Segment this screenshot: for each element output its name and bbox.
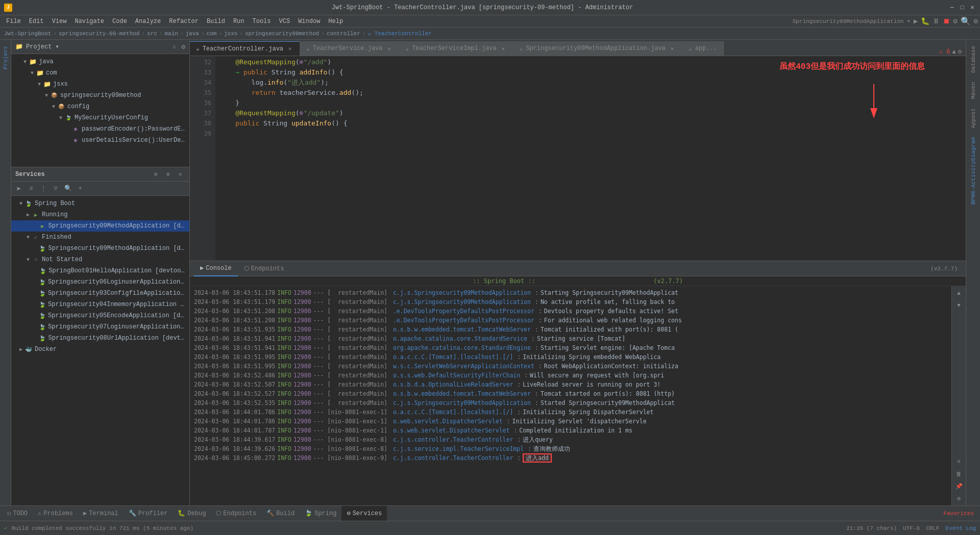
log-4: 2024-03-06 18:43:51.935 INFO 12900 --- [… bbox=[190, 325, 951, 334]
endpoints-tab[interactable]: ⬡ Endpoints bbox=[238, 261, 290, 276]
svc-active-app[interactable]: ▶ Springsecurity09MethodApplication [dev… bbox=[11, 220, 189, 232]
services-icon: ⚙ bbox=[347, 509, 350, 517]
svc-finished-group[interactable]: ▼ ✓ Finished bbox=[11, 232, 189, 243]
tree-mysecurity[interactable]: ▼ 🍃 MySecurityUserConfig bbox=[11, 112, 189, 123]
settings-button[interactable]: ⚙ bbox=[181, 43, 185, 51]
collapse-all-button[interactable]: ⇳ bbox=[172, 43, 176, 51]
svc-docker[interactable]: ▶ 🐳 Docker bbox=[11, 344, 189, 355]
menu-navigate[interactable]: Navigate bbox=[70, 17, 108, 26]
database-tab[interactable]: Database bbox=[967, 42, 979, 77]
scroll-up-button[interactable]: ▲ bbox=[954, 288, 964, 298]
svc-app-5[interactable]: 🍃 Springsecurity07LoginuserApplication [… bbox=[11, 321, 189, 333]
breadcrumb-class[interactable]: ☕ TeacherController bbox=[368, 30, 431, 37]
menu-run[interactable]: Run bbox=[229, 17, 249, 26]
terminal-tab[interactable]: ▶ Terminal bbox=[78, 506, 124, 521]
svc-tree-button[interactable]: ⋮ bbox=[38, 183, 49, 194]
svc-add-button[interactable]: + bbox=[75, 183, 86, 194]
clear-button[interactable]: 🗑 bbox=[954, 469, 964, 479]
cursor-position: 21:26 (7 chars) bbox=[846, 525, 897, 531]
spring-tab[interactable]: 🍃 Spring bbox=[300, 506, 341, 521]
svc-filter-button[interactable]: ▽ bbox=[50, 183, 61, 194]
expand-icon[interactable]: ▲ bbox=[952, 48, 956, 56]
menu-analyze[interactable]: Analyze bbox=[131, 17, 165, 26]
menu-vcs[interactable]: VCS bbox=[275, 17, 295, 26]
todo-tab[interactable]: ☑ TODO bbox=[2, 506, 33, 521]
services-tab[interactable]: ⚙ Services bbox=[341, 506, 387, 521]
breadcrumb-root[interactable]: Jwt-SpringBoot bbox=[4, 31, 51, 37]
svc-running-group[interactable]: ▶ ▶ Running bbox=[11, 209, 189, 220]
problems-tab[interactable]: ⚠ Problems bbox=[33, 506, 78, 521]
tab-teacherserviceimpl[interactable]: ☕ TeacherServiceImpl.java ✕ bbox=[400, 41, 513, 56]
menu-file[interactable]: File bbox=[2, 17, 25, 26]
menu-help[interactable]: Help bbox=[324, 17, 347, 26]
minimize-button[interactable]: — bbox=[948, 4, 955, 11]
profiler-tab[interactable]: 🔧 Profiler bbox=[124, 506, 173, 521]
svc-notstarted-group[interactable]: ▼ ○ Not Started bbox=[11, 254, 189, 265]
spring-banner: :: Spring Boot :: (v2.7.7) bbox=[190, 276, 966, 286]
wrap-button[interactable]: ≡ bbox=[954, 456, 964, 467]
svc-springboot-root[interactable]: ▼ 🍃 Spring Boot bbox=[11, 198, 189, 209]
build-tab[interactable]: 🔨 Build bbox=[261, 506, 300, 521]
log-13: 2024-03-06 18:44:01.786 INFO 12900 --- [… bbox=[190, 407, 951, 417]
menu-edit[interactable]: Edit bbox=[25, 17, 48, 26]
java-icon-5: ☕ bbox=[689, 45, 692, 52]
menu-tools[interactable]: Tools bbox=[249, 17, 275, 26]
svc-app-1[interactable]: 🍃 Springsecurity06LoginuserApplication [… bbox=[11, 276, 189, 288]
pin-button[interactable]: 📌 bbox=[954, 481, 964, 491]
close-button[interactable]: ✕ bbox=[969, 4, 976, 11]
tree-userdetails[interactable]: ◉ userDetailsService():UserDetailsServic… bbox=[11, 135, 189, 146]
svc-app-4[interactable]: 🍃 Springsecurity05EncodeApplication [dev… bbox=[11, 310, 189, 321]
tab-springsecurity09app[interactable]: ☕ Springsecurity09MethodApplication.java… bbox=[513, 41, 682, 56]
menu-code[interactable]: Code bbox=[108, 17, 131, 26]
java-icon: ☕ bbox=[196, 45, 200, 52]
spring-bottom-icon: 🍃 bbox=[305, 509, 312, 517]
debug-tab[interactable]: 🐛 Debug bbox=[173, 506, 211, 521]
tab-close-button-2[interactable]: ✕ bbox=[386, 45, 393, 52]
menu-window[interactable]: Window bbox=[294, 17, 324, 26]
breadcrumb-module[interactable]: springsecurity-09-method bbox=[59, 31, 139, 37]
tree-config[interactable]: ▼ 📦 config bbox=[11, 101, 189, 112]
svc-run-button[interactable]: ▶ bbox=[13, 183, 24, 194]
tree-passwordencoder[interactable]: ◉ passwordEncoder():PasswordEncoder bbox=[11, 123, 189, 135]
svc-finished-app[interactable]: 🍃 Springsecurity09MethodApplication [dev… bbox=[11, 243, 189, 254]
code-content[interactable]: @RequestMapping(⊕"/add") → public String… bbox=[215, 56, 966, 261]
tree-jsxs[interactable]: ▼ 📁 jsxs bbox=[11, 79, 189, 90]
log-11: 2024-03-06 18:43:52.527 INFO 12900 --- [… bbox=[190, 389, 951, 398]
services-settings-icon[interactable]: ⚙ bbox=[151, 169, 161, 180]
appost-tab[interactable]: Appost bbox=[967, 104, 979, 133]
tree-com[interactable]: ▼ 📁 com bbox=[11, 67, 189, 79]
services-gear-icon[interactable]: ⚙ bbox=[163, 169, 173, 180]
event-log-link[interactable]: Event Log bbox=[946, 525, 976, 531]
menu-view[interactable]: View bbox=[48, 17, 71, 26]
console-tab[interactable]: ▶ Console bbox=[194, 261, 238, 276]
console-output[interactable]: 2024-03-06 18:43:51.178 INFO 12900 --- [… bbox=[190, 286, 951, 505]
bpnn-tab[interactable]: BPNN-ActivityDiagram bbox=[967, 133, 979, 209]
tree-springsecurity09method[interactable]: ▼ 📦 springsecurity09method bbox=[11, 90, 189, 101]
svc-app-2[interactable]: 🍃 Springsecurity03ConfigfileApplication … bbox=[11, 288, 189, 299]
endpoints-bottom-tab[interactable]: ⬡ Endpoints bbox=[211, 506, 261, 521]
tab-close-button-4[interactable]: ✕ bbox=[669, 45, 676, 52]
services-close-icon[interactable]: ✕ bbox=[175, 169, 185, 180]
svc-app-0[interactable]: 🍃 SpringBoot01HelloApplication [devtools… bbox=[11, 265, 189, 276]
svc-app-3[interactable]: 🍃 Springsecurity04InmemoryApplication [d… bbox=[11, 299, 189, 310]
project-tab[interactable]: Project bbox=[1, 42, 11, 73]
svc-app-6[interactable]: 🍃 Springsecurity08UrlApplication [devtoo… bbox=[11, 333, 189, 344]
svc-search-button[interactable]: 🔍 bbox=[62, 183, 74, 194]
maven-tab[interactable]: Maven bbox=[967, 78, 979, 103]
scroll-down-button[interactable]: ▼ bbox=[954, 300, 964, 311]
tree-java[interactable]: ▼ 📁 java bbox=[11, 56, 189, 67]
svc-list-button[interactable]: ≡ bbox=[26, 183, 37, 194]
endpoints-icon: ⬡ bbox=[244, 265, 249, 272]
settings-console-button[interactable]: ⚙ bbox=[954, 493, 964, 503]
tab-close-button-3[interactable]: ✕ bbox=[500, 45, 507, 52]
tab-teachercontroller[interactable]: ☕ TeacherController.java ✕ bbox=[190, 41, 300, 56]
log-7: 2024-03-06 18:43:51.995 INFO 12900 --- [… bbox=[190, 352, 951, 362]
tab-teacherservice[interactable]: ☕ TeacherService.java ✕ bbox=[300, 41, 399, 56]
tab-close-button[interactable]: ✕ bbox=[286, 45, 293, 53]
maximize-button[interactable]: □ bbox=[959, 4, 966, 11]
settings-icon[interactable]: ⚙ bbox=[958, 48, 962, 56]
menu-refactor[interactable]: Refactor bbox=[165, 17, 203, 26]
tab-app[interactable]: ☕ app... bbox=[682, 41, 724, 56]
left-tab-panel: Project bbox=[0, 40, 11, 505]
menu-build[interactable]: Build bbox=[203, 17, 229, 26]
